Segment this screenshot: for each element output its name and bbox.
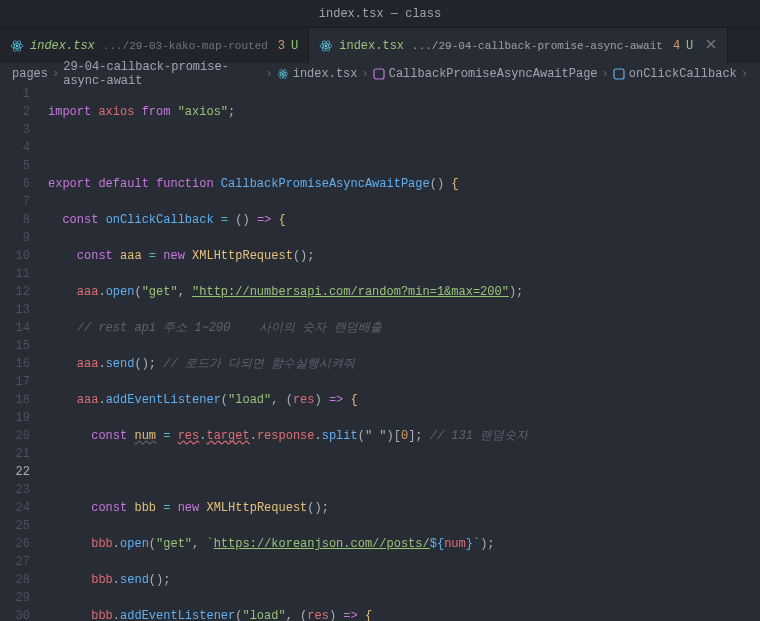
svg-point-0 <box>16 44 18 46</box>
breadcrumb-symbol[interactable]: onClickCallback <box>613 67 737 81</box>
tab-status: U <box>291 39 298 53</box>
svg-rect-13 <box>614 69 624 79</box>
tab-1[interactable]: index.tsx .../29-04-callback-promise-asy… <box>309 28 728 63</box>
breadcrumb-file[interactable]: index.tsx <box>277 67 358 81</box>
tab-status: U <box>686 39 693 53</box>
tab-badge: 3 <box>278 39 285 53</box>
chevron-right-icon: › <box>741 67 748 81</box>
chevron-right-icon: › <box>52 67 59 81</box>
svg-point-8 <box>282 73 284 75</box>
code-editor[interactable]: 1234567891011121314151617181920212223242… <box>0 85 760 621</box>
breadcrumb[interactable]: pages › 29-04-callback-promise-async-awa… <box>0 63 760 85</box>
react-icon <box>277 68 289 80</box>
breadcrumb-symbol[interactable]: CallbackPromiseAsyncAwaitPage <box>373 67 598 81</box>
tab-badge: 4 <box>673 39 680 53</box>
tab-name: index.tsx <box>30 39 95 53</box>
symbol-icon <box>373 68 385 80</box>
svg-rect-12 <box>374 69 384 79</box>
tab-bar: index.tsx .../29-03-kako-map-routed 3 U … <box>0 28 760 63</box>
chevron-right-icon: › <box>266 67 273 81</box>
react-icon <box>10 39 24 53</box>
breadcrumb-folder[interactable]: 29-04-callback-promise-async-await <box>63 60 261 88</box>
tab-path: .../29-04-callback-promise-async-await <box>412 40 663 52</box>
code-area[interactable]: import axios from "axios"; export defaul… <box>48 85 760 621</box>
tab-name: index.tsx <box>339 39 404 53</box>
title-bar: index.tsx — class <box>0 0 760 28</box>
close-icon[interactable] <box>705 38 717 54</box>
line-gutter: 1234567891011121314151617181920212223242… <box>0 85 48 621</box>
tab-path: .../29-03-kako-map-routed <box>103 40 268 52</box>
window-title: index.tsx — class <box>319 7 441 21</box>
svg-point-4 <box>325 44 327 46</box>
symbol-icon <box>613 68 625 80</box>
breadcrumb-folder[interactable]: pages <box>12 67 48 81</box>
react-icon <box>319 39 333 53</box>
tab-0[interactable]: index.tsx .../29-03-kako-map-routed 3 U <box>0 28 309 63</box>
chevron-right-icon: › <box>602 67 609 81</box>
chevron-right-icon: › <box>362 67 369 81</box>
